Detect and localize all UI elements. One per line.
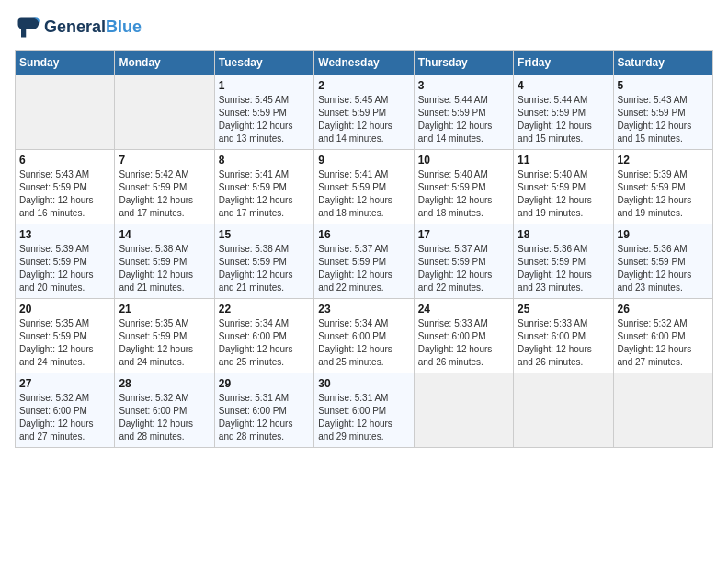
calendar-cell: 7Sunrise: 5:42 AM Sunset: 5:59 PM Daylig… xyxy=(115,150,214,224)
day-number: 12 xyxy=(618,154,709,167)
day-detail: Sunrise: 5:40 AM Sunset: 5:59 PM Dayligh… xyxy=(518,168,609,220)
day-detail: Sunrise: 5:41 AM Sunset: 5:59 PM Dayligh… xyxy=(318,168,409,220)
day-number: 1 xyxy=(219,79,310,92)
logo-text: GeneralBlue xyxy=(44,18,142,37)
calendar-cell: 24Sunrise: 5:33 AM Sunset: 6:00 PM Dayli… xyxy=(414,299,513,373)
day-number: 10 xyxy=(418,154,509,167)
day-number: 3 xyxy=(418,79,509,92)
day-number: 25 xyxy=(518,303,609,316)
calendar-week-row: 13Sunrise: 5:39 AM Sunset: 5:59 PM Dayli… xyxy=(16,224,713,299)
calendar-cell xyxy=(16,75,115,150)
calendar-cell: 3Sunrise: 5:44 AM Sunset: 5:59 PM Daylig… xyxy=(414,75,513,150)
day-number: 19 xyxy=(618,228,709,241)
day-number: 4 xyxy=(518,79,609,92)
calendar-cell: 20Sunrise: 5:35 AM Sunset: 5:59 PM Dayli… xyxy=(16,299,115,373)
day-detail: Sunrise: 5:37 AM Sunset: 5:59 PM Dayligh… xyxy=(418,243,509,294)
day-detail: Sunrise: 5:31 AM Sunset: 6:00 PM Dayligh… xyxy=(318,392,409,443)
day-number: 7 xyxy=(119,154,210,167)
calendar-cell: 5Sunrise: 5:43 AM Sunset: 5:59 PM Daylig… xyxy=(613,75,712,150)
day-number: 16 xyxy=(318,228,409,241)
day-number: 29 xyxy=(219,377,310,390)
weekday-header-monday: Monday xyxy=(115,51,214,75)
day-detail: Sunrise: 5:32 AM Sunset: 6:00 PM Dayligh… xyxy=(19,392,110,443)
day-number: 21 xyxy=(119,303,210,316)
day-detail: Sunrise: 5:39 AM Sunset: 5:59 PM Dayligh… xyxy=(618,168,709,220)
day-detail: Sunrise: 5:45 AM Sunset: 5:59 PM Dayligh… xyxy=(318,94,409,145)
calendar-cell: 19Sunrise: 5:36 AM Sunset: 5:59 PM Dayli… xyxy=(613,224,712,299)
day-number: 30 xyxy=(318,377,409,390)
calendar-week-row: 20Sunrise: 5:35 AM Sunset: 5:59 PM Dayli… xyxy=(16,299,713,373)
day-detail: Sunrise: 5:36 AM Sunset: 5:59 PM Dayligh… xyxy=(618,243,709,294)
calendar-cell: 13Sunrise: 5:39 AM Sunset: 5:59 PM Dayli… xyxy=(16,224,115,299)
calendar-cell: 27Sunrise: 5:32 AM Sunset: 6:00 PM Dayli… xyxy=(16,373,115,448)
day-number: 9 xyxy=(318,154,409,167)
day-detail: Sunrise: 5:40 AM Sunset: 5:59 PM Dayligh… xyxy=(418,168,509,220)
day-number: 2 xyxy=(318,79,409,92)
day-number: 15 xyxy=(219,228,310,241)
day-number: 14 xyxy=(119,228,210,241)
day-detail: Sunrise: 5:35 AM Sunset: 5:59 PM Dayligh… xyxy=(19,317,110,369)
day-number: 27 xyxy=(19,377,110,390)
day-number: 11 xyxy=(518,154,609,167)
calendar-cell: 2Sunrise: 5:45 AM Sunset: 5:59 PM Daylig… xyxy=(314,75,414,150)
day-number: 8 xyxy=(219,154,310,167)
day-detail: Sunrise: 5:33 AM Sunset: 6:00 PM Dayligh… xyxy=(518,317,609,369)
calendar-cell: 28Sunrise: 5:32 AM Sunset: 6:00 PM Dayli… xyxy=(115,373,214,448)
day-number: 20 xyxy=(19,303,110,316)
weekday-header-saturday: Saturday xyxy=(613,51,712,75)
day-detail: Sunrise: 5:36 AM Sunset: 5:59 PM Dayligh… xyxy=(518,243,609,294)
day-detail: Sunrise: 5:44 AM Sunset: 5:59 PM Dayligh… xyxy=(418,94,509,145)
calendar-cell xyxy=(414,373,513,448)
day-detail: Sunrise: 5:44 AM Sunset: 5:59 PM Dayligh… xyxy=(518,94,609,145)
day-detail: Sunrise: 5:32 AM Sunset: 6:00 PM Dayligh… xyxy=(119,392,210,443)
calendar-cell: 23Sunrise: 5:34 AM Sunset: 6:00 PM Dayli… xyxy=(314,299,414,373)
calendar-cell: 9Sunrise: 5:41 AM Sunset: 5:59 PM Daylig… xyxy=(314,150,414,224)
day-number: 28 xyxy=(119,377,210,390)
day-detail: Sunrise: 5:38 AM Sunset: 5:59 PM Dayligh… xyxy=(219,243,310,294)
day-detail: Sunrise: 5:35 AM Sunset: 5:59 PM Dayligh… xyxy=(119,317,210,369)
calendar-cell: 8Sunrise: 5:41 AM Sunset: 5:59 PM Daylig… xyxy=(214,150,313,224)
calendar-table: SundayMondayTuesdayWednesdayThursdayFrid… xyxy=(15,50,713,448)
calendar-cell: 22Sunrise: 5:34 AM Sunset: 6:00 PM Dayli… xyxy=(214,299,313,373)
calendar-cell xyxy=(514,373,613,448)
calendar-cell: 15Sunrise: 5:38 AM Sunset: 5:59 PM Dayli… xyxy=(214,224,313,299)
day-number: 18 xyxy=(518,228,609,241)
calendar-cell: 18Sunrise: 5:36 AM Sunset: 5:59 PM Dayli… xyxy=(514,224,613,299)
day-number: 22 xyxy=(219,303,310,316)
day-detail: Sunrise: 5:39 AM Sunset: 5:59 PM Dayligh… xyxy=(19,243,110,294)
calendar-body: 1Sunrise: 5:45 AM Sunset: 5:59 PM Daylig… xyxy=(16,75,713,448)
day-number: 6 xyxy=(19,154,110,167)
day-number: 5 xyxy=(618,79,709,92)
calendar-cell: 12Sunrise: 5:39 AM Sunset: 5:59 PM Dayli… xyxy=(613,150,712,224)
calendar-cell: 25Sunrise: 5:33 AM Sunset: 6:00 PM Dayli… xyxy=(514,299,613,373)
calendar-cell: 29Sunrise: 5:31 AM Sunset: 6:00 PM Dayli… xyxy=(214,373,313,448)
calendar-cell: 14Sunrise: 5:38 AM Sunset: 5:59 PM Dayli… xyxy=(115,224,214,299)
weekday-header-friday: Friday xyxy=(514,51,613,75)
day-detail: Sunrise: 5:34 AM Sunset: 6:00 PM Dayligh… xyxy=(318,317,409,369)
calendar-week-row: 6Sunrise: 5:43 AM Sunset: 5:59 PM Daylig… xyxy=(16,150,713,224)
day-number: 26 xyxy=(618,303,709,316)
calendar-cell: 17Sunrise: 5:37 AM Sunset: 5:59 PM Dayli… xyxy=(414,224,513,299)
day-number: 13 xyxy=(19,228,110,241)
day-detail: Sunrise: 5:33 AM Sunset: 6:00 PM Dayligh… xyxy=(418,317,509,369)
calendar-cell: 11Sunrise: 5:40 AM Sunset: 5:59 PM Dayli… xyxy=(514,150,613,224)
day-detail: Sunrise: 5:42 AM Sunset: 5:59 PM Dayligh… xyxy=(119,168,210,220)
day-detail: Sunrise: 5:38 AM Sunset: 5:59 PM Dayligh… xyxy=(119,243,210,294)
day-detail: Sunrise: 5:37 AM Sunset: 5:59 PM Dayligh… xyxy=(318,243,409,294)
weekday-header-sunday: Sunday xyxy=(16,51,115,75)
calendar-cell: 21Sunrise: 5:35 AM Sunset: 5:59 PM Dayli… xyxy=(115,299,214,373)
calendar-cell: 16Sunrise: 5:37 AM Sunset: 5:59 PM Dayli… xyxy=(314,224,414,299)
logo: GeneralBlue xyxy=(15,15,142,40)
weekday-header-row: SundayMondayTuesdayWednesdayThursdayFrid… xyxy=(16,51,713,75)
day-number: 23 xyxy=(318,303,409,316)
day-detail: Sunrise: 5:41 AM Sunset: 5:59 PM Dayligh… xyxy=(219,168,310,220)
weekday-header-thursday: Thursday xyxy=(414,51,513,75)
day-detail: Sunrise: 5:32 AM Sunset: 6:00 PM Dayligh… xyxy=(618,317,709,369)
calendar-cell xyxy=(115,75,214,150)
calendar-cell: 26Sunrise: 5:32 AM Sunset: 6:00 PM Dayli… xyxy=(613,299,712,373)
weekday-header-tuesday: Tuesday xyxy=(214,51,313,75)
calendar-cell: 1Sunrise: 5:45 AM Sunset: 5:59 PM Daylig… xyxy=(214,75,313,150)
day-detail: Sunrise: 5:43 AM Sunset: 5:59 PM Dayligh… xyxy=(618,94,709,145)
header: GeneralBlue xyxy=(15,15,713,40)
day-detail: Sunrise: 5:34 AM Sunset: 6:00 PM Dayligh… xyxy=(219,317,310,369)
